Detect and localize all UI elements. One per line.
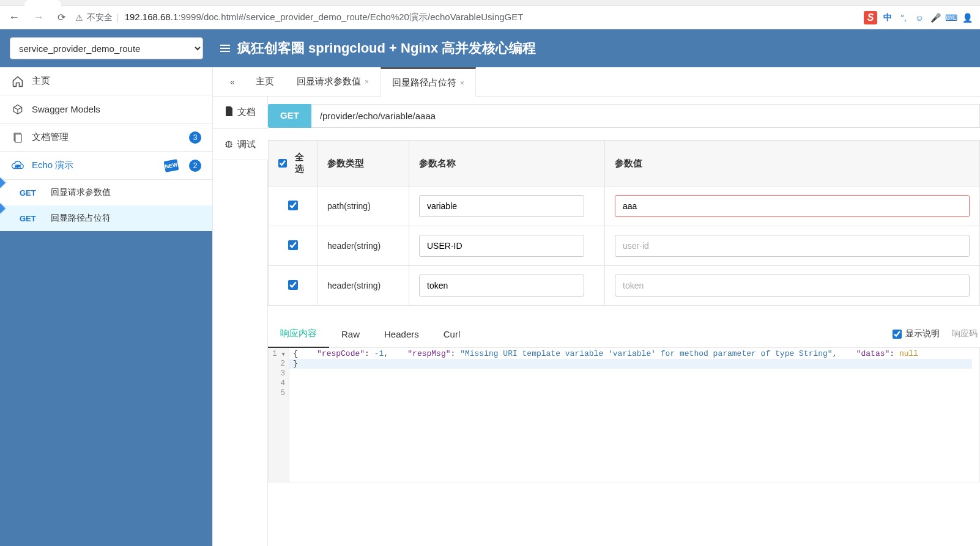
param-row: header(string)	[269, 266, 980, 306]
sidebar-swagger-label: Swagger Models	[32, 104, 201, 114]
punct-icon[interactable]: °,	[898, 12, 909, 23]
sidebar-item-swagger-models[interactable]: Swagger Models	[0, 95, 212, 124]
param-row: header(string)	[269, 226, 980, 266]
select-all-label: 全选	[292, 152, 307, 175]
tab-echo-params[interactable]: 回显请求参数值×	[286, 67, 380, 96]
sogou-ime-icon[interactable]: S	[864, 11, 877, 24]
doc-mgmt-icon	[11, 131, 24, 144]
resp-tab-raw[interactable]: Raw	[329, 322, 372, 347]
reload-button[interactable]: ⟳	[54, 9, 69, 26]
svg-text:API: API	[15, 164, 21, 168]
warning-icon: ⚠	[75, 13, 83, 23]
lang-indicator[interactable]: 中	[882, 12, 893, 23]
close-icon[interactable]: ×	[365, 78, 369, 86]
param-value-input[interactable]	[615, 235, 970, 257]
address-url[interactable]: 192.168.68.1:9999/doc.html#/service_prov…	[125, 12, 858, 23]
col-param-name: 参数名称	[409, 141, 605, 186]
sidebar-filler	[0, 231, 212, 546]
sidebar-item-echo-demo[interactable]: API Echo 演示 NEW 2	[0, 152, 212, 180]
user-icon[interactable]: 👤	[962, 12, 973, 23]
models-icon	[11, 103, 24, 116]
subtab-debug[interactable]: 调试	[213, 128, 268, 160]
sidebar-item-doc-mgmt[interactable]: 文档管理 3	[0, 124, 212, 152]
menu-toggle-icon[interactable]	[220, 45, 230, 52]
svg-rect-5	[15, 134, 21, 142]
subtab-doc[interactable]: 文档	[213, 97, 267, 128]
tab-label: 主页	[256, 76, 274, 87]
show-desc-toggle[interactable]: 显示说明	[893, 328, 940, 339]
resp-code-label: 响应码	[952, 328, 978, 339]
emoji-icon[interactable]: ☺	[914, 12, 925, 23]
resp-tab-headers[interactable]: Headers	[372, 322, 431, 347]
param-row-checkbox[interactable]	[288, 240, 298, 250]
sidebar-echo-label: Echo 演示	[32, 160, 157, 171]
tab-label: 回显请求参数值	[297, 76, 361, 87]
tab-echo-path[interactable]: 回显路径占位符×	[380, 67, 476, 97]
home-icon	[11, 75, 24, 88]
response-body-editor[interactable]: 1 ▼2345 { "respCode": -1, "respMsg": "Mi…	[268, 348, 980, 482]
api-row-echo-path[interactable]: GET 回显路径占位符	[0, 205, 212, 231]
new-badge: NEW	[164, 159, 179, 172]
subtab-doc-label: 文档	[237, 106, 256, 118]
forward-button[interactable]: →	[29, 9, 48, 26]
service-route-select[interactable]: service_provider_demo_route	[10, 37, 203, 59]
security-badge[interactable]: ⚠ 不安全 |	[75, 12, 119, 23]
col-param-type: 参数类型	[317, 141, 409, 186]
param-type: header(string)	[317, 226, 409, 266]
param-name-input[interactable]	[419, 275, 584, 297]
param-row-checkbox[interactable]	[288, 201, 298, 210]
app-title: 疯狂创客圈 springcloud + Nginx 高并发核心编程	[237, 39, 536, 57]
collapse-tabs-button[interactable]: «	[220, 67, 245, 96]
doc-mgmt-count-badge: 3	[189, 131, 201, 144]
sidebar-home-label: 主页	[32, 75, 201, 87]
api-name: 回显路径占位符	[51, 213, 111, 224]
param-type: path(string)	[317, 186, 409, 226]
echo-count-badge: 2	[189, 160, 201, 172]
api-method: GET	[20, 214, 36, 223]
param-name-input[interactable]	[419, 195, 584, 217]
back-button[interactable]: ←	[5, 9, 23, 26]
svg-line-1	[13, 107, 18, 109]
resp-tab-curl[interactable]: Curl	[431, 322, 473, 347]
api-name: 回显请求参数值	[51, 187, 111, 198]
param-value-input[interactable]	[615, 275, 970, 297]
tab-home[interactable]: 主页	[245, 67, 286, 96]
resp-tab-content[interactable]: 响应内容	[268, 320, 329, 348]
svg-line-2	[18, 107, 22, 109]
bug-icon	[224, 139, 234, 150]
params-table: 全选 参数类型 参数名称 参数值 path(string)header(stri…	[268, 140, 980, 306]
api-method: GET	[20, 188, 36, 197]
browser-toolbar: S 中 °, ☺ 🎤 ⌨ 👤	[864, 11, 975, 24]
endpoint-path[interactable]: /provider/echo/variable/aaaa	[311, 104, 980, 128]
select-all-checkbox[interactable]	[278, 158, 287, 168]
keyboard-icon[interactable]: ⌨	[946, 12, 957, 23]
cloud-icon: API	[11, 159, 24, 172]
param-type: header(string)	[317, 266, 409, 306]
subtab-debug-label: 调试	[237, 139, 256, 150]
show-desc-checkbox[interactable]	[893, 330, 902, 339]
security-label: 不安全	[87, 12, 113, 23]
param-row-checkbox[interactable]	[288, 280, 298, 290]
col-param-value: 参数值	[605, 141, 980, 186]
sidebar-item-home[interactable]: 主页	[0, 67, 212, 95]
mic-icon[interactable]: 🎤	[930, 12, 941, 23]
sidebar-doc-mgmt-label: 文档管理	[32, 131, 182, 143]
tab-label: 回显路径占位符	[392, 77, 456, 89]
api-row-echo-params[interactable]: GET 回显请求参数值	[0, 180, 212, 205]
param-row: path(string)	[269, 186, 980, 226]
close-icon[interactable]: ×	[460, 79, 464, 87]
param-value-input[interactable]	[615, 195, 970, 217]
param-name-input[interactable]	[419, 235, 584, 257]
doc-icon	[225, 106, 234, 118]
http-method-badge: GET	[268, 104, 311, 128]
